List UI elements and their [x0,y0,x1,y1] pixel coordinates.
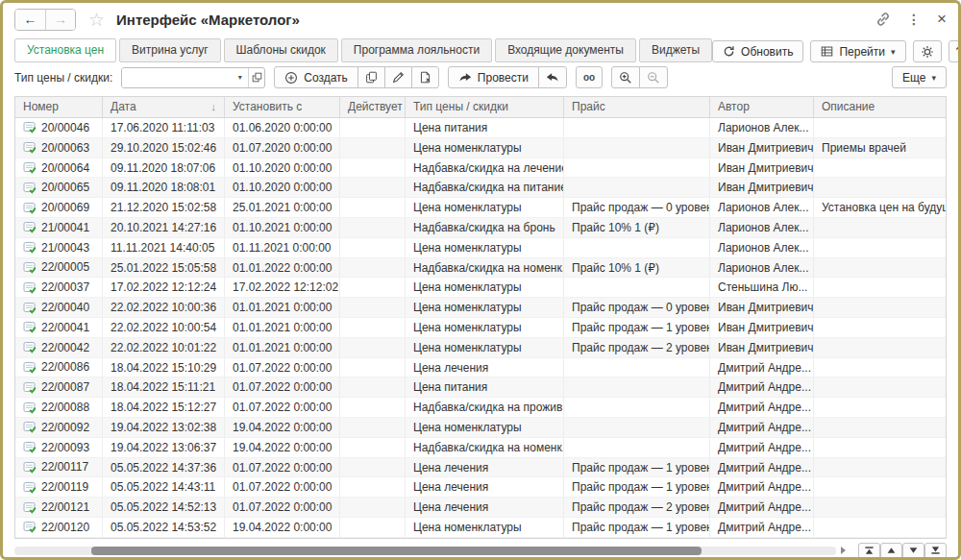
more-menu-icon[interactable]: ⋮ [907,12,921,27]
tab-vhodyaschie-dokumenty[interactable]: Входящие документы [495,38,636,62]
column-header-author[interactable]: Автор [710,97,814,117]
table-row[interactable]: 22/0009319.04.2022 13:06:3719.04.2022 0:… [15,438,946,458]
cell-price [564,178,710,197]
table-row[interactable]: 22/0012005.05.2022 14:53:5219.04.2022 0:… [15,518,946,538]
cell-type: Цена номенклатуры [406,518,564,537]
cell-description [814,438,946,457]
table-row[interactable]: 20/0004617.06.2020 11:11:0301.06.2020 0:… [15,118,946,138]
horizontal-scrollbar[interactable] [14,547,836,555]
table-row[interactable]: 22/0004122.02.2022 10:00:5401.01.2021 0:… [15,318,946,338]
zoom-buttons-group [611,66,668,88]
go-first-button[interactable] [858,543,880,559]
column-header-set-from[interactable]: Установить с [225,97,340,117]
cell-valid_until [340,258,406,278]
zoom-in-button[interactable] [611,66,640,88]
go-down-button[interactable] [902,543,924,559]
table-row[interactable]: 21/0004120.10.2021 14:27:1601.10.2021 0:… [15,218,946,238]
cell-set_from: 19.04.2022 0:00:00 [225,418,340,437]
table-row[interactable]: 22/0008818.04.2022 15:12:2701.07.2022 0:… [15,398,946,418]
document-number: 22/00121 [41,498,89,517]
table-row[interactable]: 20/0006409.11.2020 18:07:0601.10.2020 0:… [15,158,946,179]
table-row[interactable]: 22/0008718.04.2022 15:11:2101.07.2022 0:… [15,377,946,398]
cell-valid_until [340,438,406,457]
table-row[interactable]: 22/0012105.05.2022 14:52:1301.07.2022 0:… [15,498,946,518]
combo-dropdown-icon[interactable]: ▾ [232,68,248,87]
cell-set_from: 01.10.2020 0:00:00 [225,178,340,197]
go-last-icon [930,546,941,555]
table-row[interactable]: 20/0006921.12.2020 15:02:5825.01.2021 0:… [15,198,946,218]
price-type-input[interactable] [122,68,232,87]
post-button[interactable]: Провести [448,66,539,88]
table-row[interactable]: 22/0011905.05.2022 14:43:1101.07.2022 0:… [15,477,946,498]
glasses-icon: oo [583,72,595,83]
table-row[interactable]: 22/0003717.02.2022 12:12:2417.02.2022 12… [15,278,946,298]
close-icon[interactable]: × [937,10,947,29]
tab-ustanovka-cen[interactable]: Установка цен [14,38,116,62]
cell-date: 11.11.2021 14:40:05 [103,238,225,257]
cell-valid_until [340,158,406,178]
settings-button[interactable] [913,40,942,62]
go-up-button[interactable] [880,543,902,559]
cell-set_from: 19.04.2022 0:00:00 [225,518,340,537]
cell-type: Цена номенклатуры [406,338,564,357]
cell-date: 17.02.2022 12:12:24 [103,278,225,297]
column-header-price[interactable]: Прайс [564,97,710,117]
tab-vidzhety[interactable]: Виджеты [639,38,712,62]
delete-button[interactable] [411,66,439,88]
table-row[interactable]: 21/0004311.11.2021 14:40:0501.11.2021 0:… [15,238,946,258]
column-header-date[interactable]: Дата ↓ [103,97,225,117]
interval-button[interactable]: oo [576,66,603,88]
go-last-button[interactable] [924,543,947,559]
cell-description [814,118,946,137]
tab-programma-loyalnosti[interactable]: Программа лояльности [341,38,492,62]
cell-type: Цена номенклатуры [406,318,564,337]
table-row[interactable]: 22/0011705.05.2022 14:37:3601.07.2022 0:… [15,458,946,478]
link-icon[interactable] [875,12,891,27]
more-label: Еще [902,71,925,85]
back-button[interactable]: ← [15,10,45,30]
cell-author: Дмитрий Андре... [710,477,814,497]
tab-vitrina-uslug[interactable]: Витрина услуг [119,38,220,62]
column-header-number[interactable]: Номер [15,97,103,117]
zoom-out-button[interactable] [639,66,668,88]
cell-price [564,438,710,457]
posted-document-icon [23,321,37,333]
favorite-star-icon[interactable]: ☆ [88,11,105,29]
cell-type: Цена номенклатуры [406,238,564,257]
cell-number: 22/00117 [15,458,103,477]
edit-button[interactable] [384,66,412,88]
table-row[interactable]: 22/0009219.04.2022 13:02:3819.04.2022 0:… [15,418,946,438]
cell-price: Прайс продаж — 1 уровень... [564,518,710,537]
refresh-button[interactable]: Обновить [712,40,803,62]
table-row[interactable]: 22/0008618.04.2022 15:10:2901.07.2022 0:… [15,358,946,378]
cell-date: 18.04.2022 15:11:21 [103,377,225,397]
cell-description [814,298,946,317]
table-row[interactable]: 20/0006329.10.2020 15:02:4601.07.2020 0:… [15,138,946,158]
copy-button[interactable] [357,66,385,88]
table-row[interactable]: 22/0004222.02.2022 10:01:2201.01.2021 0:… [15,338,946,358]
unpost-button[interactable] [538,66,567,88]
column-header-description[interactable]: Описание [814,97,946,117]
forward-button[interactable]: → [45,10,75,30]
more-button[interactable]: Еще ▾ [892,66,947,88]
tab-shablony-skidok[interactable]: Шаблоны скидок [224,38,338,62]
cell-valid_until [340,418,406,437]
cell-number: 22/00042 [15,338,103,357]
cell-number: 22/00119 [15,477,103,497]
table-row[interactable]: 22/0000525.01.2022 15:05:5801.01.2022 0:… [15,258,946,279]
combo-choose-icon[interactable] [248,68,264,87]
horizontal-scrollbar-thumb[interactable] [91,547,702,555]
create-button[interactable]: Создать [274,66,358,88]
help-button[interactable]: ? [949,40,961,62]
cell-description [814,278,946,297]
cell-set_from: 01.01.2021 0:00:00 [225,298,340,317]
table-row[interactable]: 22/0004022.02.2022 10:00:3601.01.2021 0:… [15,298,946,318]
column-header-type[interactable]: Тип цены / скидки [406,97,564,117]
posted-document-icon [23,381,37,394]
cell-date: 05.05.2022 14:43:11 [103,477,225,497]
column-header-valid-until[interactable]: Действует до [340,97,406,117]
goto-button[interactable]: Перейти ▾ [810,40,905,62]
cell-price [564,238,710,257]
table-row[interactable]: 20/0006509.11.2020 18:08:0101.10.2020 0:… [15,178,946,198]
scroll-right-icon[interactable] [841,547,846,554]
